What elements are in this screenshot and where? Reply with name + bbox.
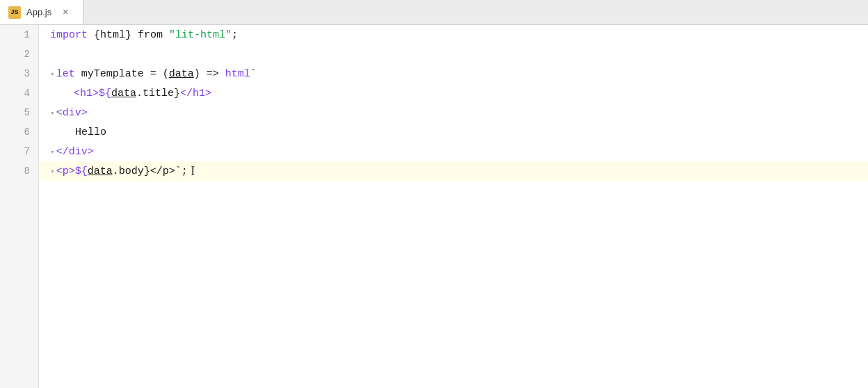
line-number-2: 2 — [0, 45, 38, 64]
token-mytemplate: myTemplate = ( — [81, 68, 169, 80]
line-number-7: 7 — [0, 142, 38, 161]
fold-arrow-7[interactable]: ▾ — [50, 147, 55, 156]
code-line-1: import {html} from "lit-html"; — [39, 25, 868, 45]
line-numbers-gutter: 1 2 3 4 5 6 7 8 — [0, 25, 39, 388]
token-semi-1: ; — [232, 29, 238, 41]
token-h1-open: <h1>${ — [61, 88, 111, 99]
token-arrow: ) => — [194, 68, 225, 80]
fold-arrow-8[interactable]: ▾ — [50, 167, 55, 176]
file-tab[interactable]: JS App.js × — [0, 0, 83, 24]
token-semi-8: ; — [182, 165, 188, 177]
line-number-4: 4 — [0, 83, 38, 103]
token-dot-title: .title} — [136, 88, 180, 99]
text-cursor: I — [188, 164, 195, 179]
token-dot-body: .body}</p>` — [113, 165, 182, 177]
token-hello: Hello — [50, 127, 106, 138]
line-number-5: 5 — [0, 103, 38, 122]
token-div-open: <div> — [56, 107, 88, 119]
token-let: let — [56, 68, 81, 80]
token-backtick-3: ` — [250, 68, 257, 80]
token-data-param: data — [169, 68, 194, 80]
line-number-8: 8 — [0, 161, 38, 181]
js-file-icon: JS — [8, 6, 21, 19]
code-line-3: ▾let myTemplate = (data) => html` — [39, 64, 868, 83]
token-h1-close: </h1> — [180, 88, 211, 99]
code-line-2 — [39, 45, 868, 64]
tab-close-button[interactable]: × — [60, 7, 71, 18]
line-number-6: 6 — [0, 122, 38, 142]
token-import: import — [50, 29, 94, 41]
line-number-1: 1 — [0, 25, 38, 45]
token-from: from — [138, 29, 169, 41]
token-p-open: <p>${ — [56, 165, 88, 177]
code-line-7: ▾</div> — [39, 142, 868, 161]
token-div-close: </div> — [56, 146, 94, 158]
token-data-body-ref: data — [88, 165, 113, 177]
editor-container: JS App.js × 1 2 3 4 5 6 7 8 import {html… — [0, 0, 868, 388]
token-data-title-ref: data — [111, 88, 136, 99]
js-icon-label: JS — [10, 9, 18, 15]
fold-arrow-3[interactable]: ▾ — [50, 70, 55, 79]
fold-arrow-5[interactable]: ▾ — [50, 108, 55, 118]
token-html-tag: html — [225, 68, 250, 80]
tab-bar: JS App.js × — [0, 0, 868, 25]
code-line-4: <h1>${data.title}</h1> — [39, 83, 868, 103]
code-line-6: Hello — [39, 122, 868, 142]
code-line-8: ▾<p>${data.body}</p>`; I — [39, 161, 868, 181]
tab-filename: App.js — [26, 7, 51, 17]
code-line-5: ▾<div> — [39, 103, 868, 122]
token-lit-html: "lit-html" — [169, 29, 232, 41]
token-html-import: {html} — [94, 29, 138, 41]
code-area: 1 2 3 4 5 6 7 8 import {html} from "lit-… — [0, 25, 868, 388]
code-editor[interactable]: import {html} from "lit-html"; ▾let myTe… — [39, 25, 868, 388]
line-number-3: 3 — [0, 64, 38, 83]
